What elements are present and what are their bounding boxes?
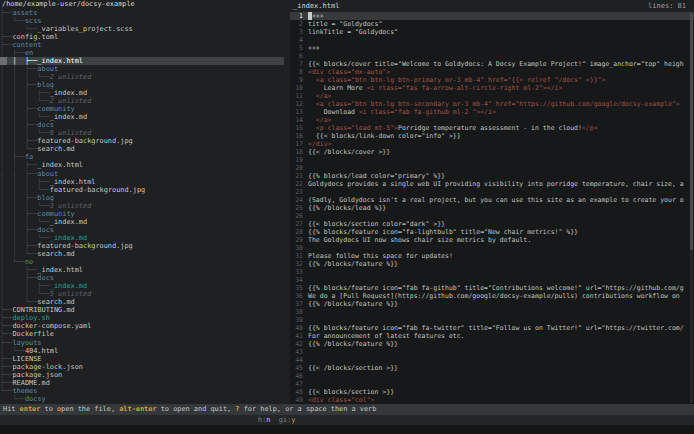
line-number: 21 <box>290 172 303 180</box>
tree-row-directory[interactable]: │ └──scss <box>0 17 284 25</box>
line-number: 30 <box>290 244 303 252</box>
tree-branch-lines: │ │ ├── <box>0 81 37 89</box>
tree-row-file[interactable]: │ │ ├──_index.html <box>0 57 284 65</box>
line-number: 25 <box>290 204 303 212</box>
tree-item-label: assets <box>12 9 37 17</box>
tree-branch-lines: ├── <box>0 379 12 387</box>
status-text: for help, or a space then a verb <box>240 405 377 413</box>
tree-row-file[interactable]: │ │ └──5 unlisted <box>0 290 284 298</box>
tree-item-label: CONTRIBUTING.md <box>12 306 74 314</box>
tree-branch-lines: ├── <box>0 371 12 379</box>
tree-row-file[interactable]: │ │ │ └──9 unlisted <box>0 129 284 137</box>
code-segment: <div class="col"> <box>308 396 375 404</box>
tree-row-file[interactable]: │ │ │ ├──_index.html <box>0 178 284 186</box>
tree-row-file[interactable]: ├──config.toml <box>0 33 284 41</box>
tree-row-file[interactable]: ├──deploy.sh <box>0 314 284 322</box>
code-segment: For announcement of latest features etc. <box>308 332 465 340</box>
tree-item-label: en <box>25 49 33 57</box>
tree-row-file[interactable]: │ │ ├──_index.md <box>0 282 284 290</box>
tree-row-file[interactable]: │ │ │ └──2 unlisted <box>0 97 284 105</box>
tree-row-directory[interactable]: ├──layouts <box>0 339 284 347</box>
line-number: 31 <box>290 252 303 260</box>
tree-row-directory[interactable]: │ │ ├──community <box>0 210 284 218</box>
tree-row-file[interactable]: ├──LICENSE <box>0 355 284 363</box>
tree-row-file[interactable]: │ └──search.md <box>0 298 284 306</box>
preview-scrollbar-thumb[interactable] <box>690 13 693 250</box>
status-keybinding: enter <box>20 405 41 413</box>
tree-row-file[interactable]: ├──Dockerfile <box>0 330 284 338</box>
tree-branch-lines: ├── <box>0 41 12 49</box>
preview-scrollbar[interactable] <box>690 13 693 403</box>
tree-row-file[interactable]: │ │ │ └──featured-background.jpg <box>0 186 284 194</box>
tree-row-directory[interactable]: │ │ ├──community <box>0 105 284 113</box>
tree-row-directory[interactable]: └──themes <box>0 387 284 395</box>
code-segment: </p> <box>582 124 598 132</box>
tree-branch-lines: │ └── <box>0 17 25 25</box>
line-number: 44 <box>290 356 303 364</box>
tree-item-label: deploy.sh <box>12 314 49 322</box>
code-segment: <i class="fas fa-arrow-alt-circle-right … <box>367 84 563 92</box>
tree-row-directory[interactable]: │ └──no <box>0 258 284 266</box>
tree-row-directory[interactable]: │ │ ├──docs <box>0 121 284 129</box>
tree-row-file[interactable]: │ ├──_index.html <box>0 266 284 274</box>
tree-row-file[interactable]: │ └──_variables_project.scss <box>0 25 284 33</box>
tree-row-file[interactable]: │ │ │ └──3 unlisted <box>0 202 284 210</box>
tree-item-label: 5 unlisted <box>50 290 92 298</box>
tree-row-file[interactable]: │ └──404.html <box>0 347 284 355</box>
code-line: 8<div class="mx-auto"> <box>290 68 694 76</box>
tree-branch-lines: ├── <box>0 322 12 330</box>
tree-row-file[interactable]: │ │ │ └──_index.md <box>0 113 284 121</box>
code-line: 44 <box>290 356 694 364</box>
tree-row-directory[interactable]: │ │ ├──blog <box>0 194 284 202</box>
tree-row-file[interactable]: │ │ ├──featured-background.jpg <box>0 242 284 250</box>
tree-row-directory[interactable]: └──docsy <box>0 395 284 403</box>
tree-row-directory[interactable]: │ ├──fa <box>0 153 284 161</box>
tree-branch-lines: └── <box>0 387 12 395</box>
tree-row-file[interactable]: │ │ │ ├──_index.md <box>0 89 284 97</box>
tree-item-label: docs <box>37 121 54 129</box>
tree-item-label: search.md <box>37 250 74 258</box>
tree-row-file[interactable]: ├──README.md <box>0 379 284 387</box>
tree-branch-lines: │ │ ├── <box>0 194 37 202</box>
code-segment: +++ <box>308 44 320 52</box>
tree-row-file[interactable]: │ │ │ └──2 unlisted <box>0 73 284 81</box>
tree-row-file[interactable]: │ │ │ └──_index.md <box>0 234 284 242</box>
tree-row-directory[interactable]: │ │ ├──docs <box>0 226 284 234</box>
tree-row-directory[interactable]: │ ├──docs <box>0 274 284 282</box>
mode-flags: h:n gi:y <box>258 415 295 425</box>
line-number: 7 <box>290 60 303 68</box>
code-line: 19 <box>290 156 694 164</box>
code-line: 35{{% blocks/feature icon="fab fa-github… <box>290 284 694 292</box>
tree-row-file[interactable]: │ │ └──search.md <box>0 145 284 153</box>
tree-item-label: docs <box>37 226 54 234</box>
line-number: 9 <box>290 76 303 84</box>
tree-row-file[interactable]: │ │ ├──_index.html <box>0 161 284 169</box>
tree-branch-lines: │ │ │ └── <box>0 129 50 137</box>
tree-row-directory[interactable]: │ ├──en <box>0 49 284 57</box>
tree-row-directory[interactable]: │ │ ├──about <box>0 65 284 73</box>
tree-row-directory[interactable]: │ │ ├──about <box>0 170 284 178</box>
tree-item-label: layouts <box>12 339 41 347</box>
code-line: 36We do a [Pull Request](https://github.… <box>290 292 694 300</box>
tree-item-label: docsy <box>25 395 46 403</box>
code-line: 46 <box>290 372 694 380</box>
tree-item-label: _index.html <box>37 57 83 65</box>
line-number: 15 <box>290 124 303 132</box>
tree-row-file[interactable]: ├──package-lock.json <box>0 363 284 371</box>
tree-branch-lines: ├── <box>0 339 12 347</box>
tree-row-file[interactable]: │ │ ├──featured-background.jpg <box>0 137 284 145</box>
tree-row-directory[interactable]: ├──content <box>0 41 284 49</box>
tree-row-file[interactable]: ├──docker-compose.yaml <box>0 322 284 330</box>
tree-item-label: search.md <box>37 145 74 153</box>
tree-row-file[interactable]: │ │ │ └──_index.md <box>0 218 284 226</box>
code-line: 12 <a class="btn btn-lg btn-secondary mr… <box>290 100 694 108</box>
input-bar[interactable]: :e h:n gi:y <box>0 415 694 425</box>
tree-row-file[interactable]: ├──package.json <box>0 371 284 379</box>
tree-row-directory[interactable]: ├──assets <box>0 9 284 17</box>
tree-row-directory[interactable]: │ │ ├──blog <box>0 81 284 89</box>
line-number: 49 <box>290 396 303 404</box>
code-segment: The Goldydocs UI now shows chair size me… <box>308 236 531 244</box>
tree-row-file[interactable]: │ │ └──search.md <box>0 250 284 258</box>
tree-row-file[interactable]: ├──CONTRIBUTING.md <box>0 306 284 314</box>
flag-label: gi: <box>270 416 291 424</box>
